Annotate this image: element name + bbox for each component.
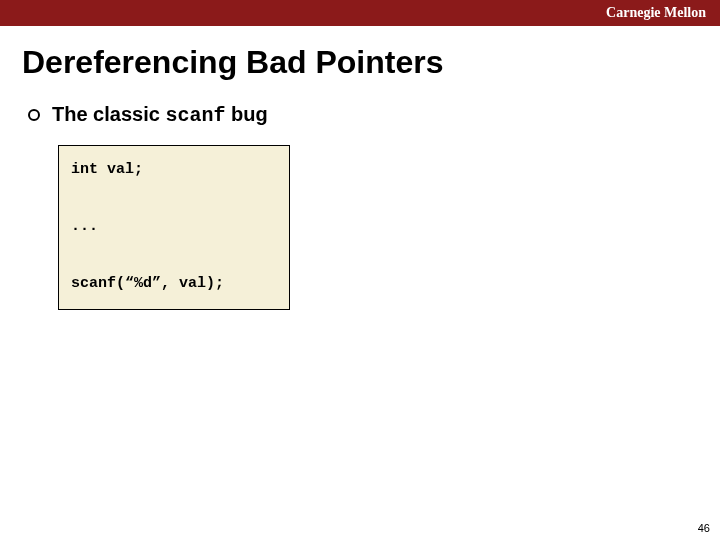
code-block: int val; ... scanf(“%d”, val); — [58, 145, 290, 310]
bullet-text: The classic scanf bug — [52, 103, 268, 127]
bullet-icon — [28, 109, 40, 121]
bullet-mono: scanf — [165, 104, 225, 127]
bullet-item: The classic scanf bug — [28, 103, 720, 127]
page-number: 46 — [698, 522, 710, 534]
bullet-prefix: The classic — [52, 103, 165, 125]
bullet-suffix: bug — [225, 103, 267, 125]
header-bar: Carnegie Mellon — [0, 0, 720, 26]
slide-title: Dereferencing Bad Pointers — [22, 44, 720, 81]
institution-label: Carnegie Mellon — [606, 5, 706, 21]
